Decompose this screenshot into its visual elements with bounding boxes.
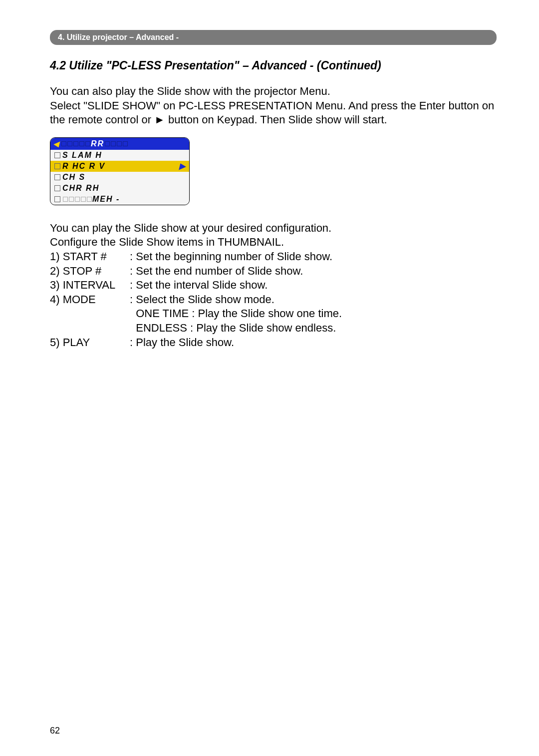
menu-row-2-text: R HC R V [62, 162, 105, 171]
menu-row-2-selected: R HC R V ▶ [50, 161, 189, 172]
config-row: 4) MODE : Select the Slide show mode. [50, 293, 497, 307]
menu-row-4: CHR RH [50, 183, 189, 194]
arrow-right-icon: ▶ [179, 161, 186, 171]
config-row: 3) INTERVAL : Set the interval Slide sho… [50, 278, 497, 293]
menu-header-text: RR [91, 139, 104, 148]
config-val: : Set the end number of Slide show. [130, 264, 497, 279]
config-val: : Set the beginning number of Slide show… [130, 250, 497, 264]
config-key [50, 321, 130, 336]
menu-row-1-text: S LAM H [62, 151, 102, 160]
config-row: 5) PLAY : Play the Slide show. [50, 336, 497, 350]
config-row: 2) STOP # : Set the end number of Slide … [50, 264, 497, 279]
config-list: You can play the Slide show at your desi… [50, 221, 497, 350]
config-key [50, 307, 130, 321]
page-number: 62 [50, 726, 60, 736]
menu-row-5: MEH - [50, 194, 189, 205]
config-row: ENDLESS : Play the Slide show endless. [50, 321, 497, 336]
arrow-left-icon: ◀ [53, 140, 60, 148]
config-val: : Play the Slide show. [130, 336, 497, 350]
config-key: 1) START # [50, 250, 130, 264]
section-tab: 4. Utilize projector – Advanced - [50, 30, 497, 45]
menu-screenshot: ◀ RR S LAM H R HC R V ▶ CH S CHR RH MEH … [50, 137, 190, 205]
config-val: ONE TIME : Play the Slide show one time. [130, 307, 497, 321]
config-val: ENDLESS : Play the Slide show endless. [130, 321, 497, 336]
menu-header: ◀ RR [50, 138, 189, 150]
config-row: ONE TIME : Play the Slide show one time. [50, 307, 497, 321]
config-key: 5) PLAY [50, 336, 130, 350]
config-row: 1) START # : Set the beginning number of… [50, 250, 497, 264]
page-title: 4.2 Utilize "PC-LESS Presentation" – Adv… [50, 59, 497, 72]
menu-row-3-text: CH S [62, 173, 85, 182]
menu-row-1: S LAM H [50, 150, 189, 161]
menu-row-3: CH S [50, 172, 189, 183]
config-key: 4) MODE [50, 293, 130, 307]
menu-row-5-text: MEH - [92, 195, 120, 204]
config-key: 2) STOP # [50, 264, 130, 279]
intro-paragraph: You can also play the Slide show with th… [50, 84, 497, 127]
config-val: : Select the Slide show mode. [130, 293, 497, 307]
config-intro-1: You can play the Slide show at your desi… [50, 221, 497, 236]
menu-row-4-text: CHR RH [62, 184, 99, 193]
config-intro-2: Configure the Slide Show items in THUMBN… [50, 235, 497, 250]
config-val: : Set the interval Slide show. [130, 278, 497, 293]
config-key: 3) INTERVAL [50, 278, 130, 293]
